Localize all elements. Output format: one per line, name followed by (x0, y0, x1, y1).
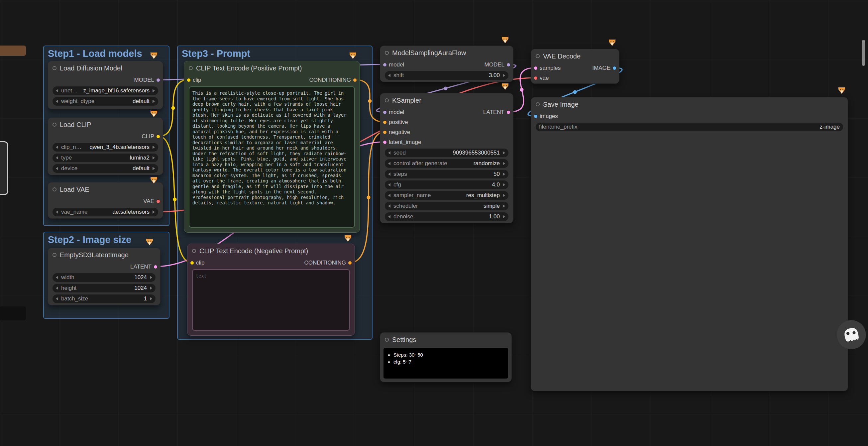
left-arrow-icon[interactable] (56, 286, 58, 290)
widget-batch-size[interactable]: batch_size 1 (53, 294, 156, 303)
collapse-dot-icon[interactable] (53, 123, 57, 127)
model-output-port[interactable] (506, 63, 510, 67)
left-arrow-icon[interactable] (56, 167, 58, 170)
model-input-port[interactable] (383, 63, 387, 67)
right-arrow-icon[interactable] (503, 151, 505, 155)
collapse-dot-icon[interactable] (385, 338, 389, 342)
widget-filename-prefix[interactable]: filename_prefix z-image (536, 123, 843, 131)
widget-width[interactable]: width 1024 (53, 273, 156, 282)
widget-unet-name[interactable]: unet… z_image_bf16.safetensors (53, 87, 158, 95)
node-save-image[interactable]: Save Image images filename_prefix z-imag… (531, 97, 848, 391)
widget-cfg[interactable]: cfg 4.0 (385, 181, 508, 189)
collapse-dot-icon[interactable] (189, 66, 193, 70)
node-header[interactable]: ModelSamplingAuraFlow (380, 46, 513, 60)
left-arrow-icon[interactable] (56, 156, 58, 160)
model-output-port[interactable] (156, 78, 160, 82)
node-header[interactable]: Load Diffusion Model (48, 61, 163, 75)
latent-image-input-port[interactable] (383, 140, 387, 144)
left-arrow-icon[interactable] (388, 194, 391, 197)
conditioning-output-port[interactable] (353, 78, 357, 82)
negative-input-port[interactable] (383, 130, 387, 134)
right-arrow-icon[interactable] (150, 297, 152, 300)
left-arrow-icon[interactable] (56, 211, 58, 214)
vertical-scrollbar-thumb[interactable] (862, 40, 865, 66)
left-arrow-icon[interactable] (388, 162, 391, 165)
node-model-sampling[interactable]: ModelSamplingAuraFlow model MODEL shift … (380, 45, 514, 82)
left-arrow-icon[interactable] (388, 204, 391, 208)
node-settings-note[interactable]: Settings Steps: 30~50 cfg: 5~7 (380, 332, 512, 382)
collapse-dot-icon[interactable] (536, 54, 540, 58)
widget-denoise[interactable]: denoise 1.00 (385, 212, 508, 221)
widget-sampler-name[interactable]: sampler_name res_multistep (385, 191, 508, 200)
widget-vae-name[interactable]: vae_name ae.safetensors (53, 208, 158, 216)
model-input-port[interactable] (383, 110, 387, 114)
right-arrow-icon[interactable] (503, 215, 505, 218)
latent-output-port[interactable] (506, 110, 510, 114)
widget-device[interactable]: device default (53, 164, 158, 173)
left-arrow-icon[interactable] (56, 276, 58, 279)
right-arrow-icon[interactable] (153, 167, 155, 170)
right-arrow-icon[interactable] (153, 89, 155, 92)
positive-input-port[interactable] (383, 120, 387, 124)
comfy-logo-button[interactable] (836, 319, 867, 350)
left-arrow-icon[interactable] (56, 100, 58, 103)
latent-output-port[interactable] (154, 265, 157, 269)
node-header[interactable]: CLIP Text Encode (Positive Prompt) (184, 61, 360, 75)
clip-input-port[interactable] (190, 261, 194, 265)
node-header[interactable]: Save Image (531, 97, 848, 112)
right-arrow-icon[interactable] (503, 194, 505, 197)
node-empty-latent[interactable]: EmptySD3LatentImage LATENT width 1024 he… (48, 248, 160, 306)
collapse-dot-icon[interactable] (53, 66, 57, 70)
widget-seed[interactable]: seed 909396553000551 (385, 149, 508, 157)
right-arrow-icon[interactable] (503, 74, 505, 77)
right-arrow-icon[interactable] (153, 156, 155, 160)
right-arrow-icon[interactable] (153, 211, 155, 214)
left-arrow-icon[interactable] (56, 297, 58, 300)
samples-input-port[interactable] (534, 66, 538, 70)
node-load-vae[interactable]: Load VAE VAE vae_name ae.safetensors (48, 182, 163, 219)
collapse-dot-icon[interactable] (53, 253, 57, 257)
widget-height[interactable]: height 1024 (53, 284, 156, 292)
node-vae-decode[interactable]: VAE Decode samples IMAGE vae (531, 49, 619, 84)
vae-input-port[interactable] (534, 76, 538, 80)
node-load-clip[interactable]: Load CLIP CLIP clip_n… qwen_3_4b.safeten… (48, 117, 163, 175)
group-title[interactable]: Step3 - Prompt (178, 46, 372, 61)
node-header[interactable]: Load VAE (48, 183, 163, 196)
widget-type[interactable]: type lumina2 (53, 154, 158, 162)
right-arrow-icon[interactable] (503, 162, 505, 165)
widget-clip-name[interactable]: clip_n… qwen_3_4b.safetensors (53, 143, 158, 152)
left-arrow-icon[interactable] (388, 215, 391, 218)
node-header[interactable]: VAE Decode (531, 49, 619, 63)
images-input-port[interactable] (534, 114, 538, 118)
node-header[interactable]: Settings (380, 333, 512, 347)
left-arrow-icon[interactable] (388, 151, 391, 155)
vae-output-port[interactable] (156, 199, 160, 203)
collapse-dot-icon[interactable] (192, 249, 196, 253)
left-arrow-icon[interactable] (388, 172, 391, 176)
negative-prompt-textarea[interactable]: text (192, 269, 350, 331)
node-ksampler[interactable]: KSampler model LATENT positive negative … (380, 93, 514, 223)
collapse-dot-icon[interactable] (53, 187, 57, 191)
left-arrow-icon[interactable] (388, 74, 391, 77)
right-arrow-icon[interactable] (150, 276, 152, 279)
clip-output-port[interactable] (156, 135, 160, 138)
right-arrow-icon[interactable] (503, 172, 505, 176)
node-negative-prompt[interactable]: CLIP Text Encode (Negative Prompt) clip … (187, 244, 355, 336)
image-output-port[interactable] (613, 66, 616, 70)
positive-prompt-textarea[interactable]: This is a realistic-style close-up portr… (189, 87, 355, 228)
node-header[interactable]: CLIP Text Encode (Negative Prompt) (187, 244, 354, 258)
left-arrow-icon[interactable] (388, 183, 391, 186)
clip-input-port[interactable] (187, 78, 191, 82)
left-arrow-icon[interactable] (56, 89, 58, 92)
widget-steps[interactable]: steps 50 (385, 170, 508, 179)
right-arrow-icon[interactable] (153, 100, 155, 103)
left-arrow-icon[interactable] (56, 146, 58, 149)
widget-shift[interactable]: shift 3.00 (385, 71, 508, 80)
right-arrow-icon[interactable] (503, 183, 505, 186)
node-positive-prompt[interactable]: CLIP Text Encode (Positive Prompt) clip … (184, 61, 360, 233)
conditioning-output-port[interactable] (348, 261, 352, 265)
collapse-dot-icon[interactable] (536, 102, 540, 106)
node-load-diffusion-model[interactable]: Load Diffusion Model MODEL unet… z_image… (48, 61, 163, 109)
collapse-dot-icon[interactable] (385, 98, 389, 102)
node-header[interactable]: KSampler (380, 93, 513, 107)
